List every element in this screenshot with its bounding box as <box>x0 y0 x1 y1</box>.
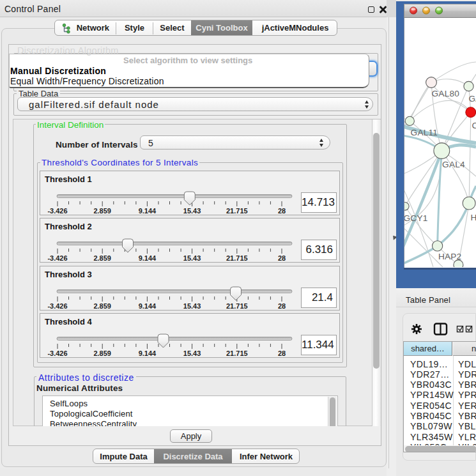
svg-text:9.144: 9.144 <box>139 349 157 357</box>
svg-text:-3.426: -3.426 <box>47 302 67 310</box>
svg-text:GA: GA <box>469 94 476 104</box>
svg-text:15.43: 15.43 <box>183 207 201 215</box>
svg-text:HAP2: HAP2 <box>438 252 462 261</box>
svg-text:9.144: 9.144 <box>139 302 157 310</box>
svg-text:28: 28 <box>278 349 286 357</box>
svg-text:-3.426: -3.426 <box>47 254 67 262</box>
svg-text:-3.426: -3.426 <box>47 349 67 357</box>
svg-text:21.715: 21.715 <box>226 349 248 357</box>
svg-text:2.859: 2.859 <box>93 349 111 357</box>
svg-text:15.43: 15.43 <box>183 254 201 262</box>
svg-text:28: 28 <box>278 302 286 310</box>
svg-text:GAL4: GAL4 <box>442 160 465 169</box>
svg-text:2.859: 2.859 <box>93 207 111 215</box>
svg-text:H: H <box>471 213 476 222</box>
svg-text:GAL11: GAL11 <box>411 128 438 137</box>
svg-text:21.715: 21.715 <box>226 207 248 215</box>
svg-text:2.859: 2.859 <box>93 302 111 310</box>
svg-text:9.144: 9.144 <box>139 207 157 215</box>
svg-text:21.715: 21.715 <box>226 302 248 310</box>
svg-text:-3.426: -3.426 <box>47 207 67 215</box>
svg-text:15.43: 15.43 <box>183 302 201 310</box>
svg-text:28: 28 <box>278 254 286 262</box>
svg-text:C: C <box>472 121 476 130</box>
svg-text:GCY1: GCY1 <box>404 213 428 223</box>
svg-text:21.715: 21.715 <box>226 254 248 262</box>
svg-text:28: 28 <box>278 207 286 215</box>
svg-text:9.144: 9.144 <box>139 254 157 262</box>
svg-text:GAL80: GAL80 <box>432 89 460 98</box>
svg-text:2.859: 2.859 <box>93 254 111 262</box>
svg-text:15.43: 15.43 <box>183 349 201 357</box>
